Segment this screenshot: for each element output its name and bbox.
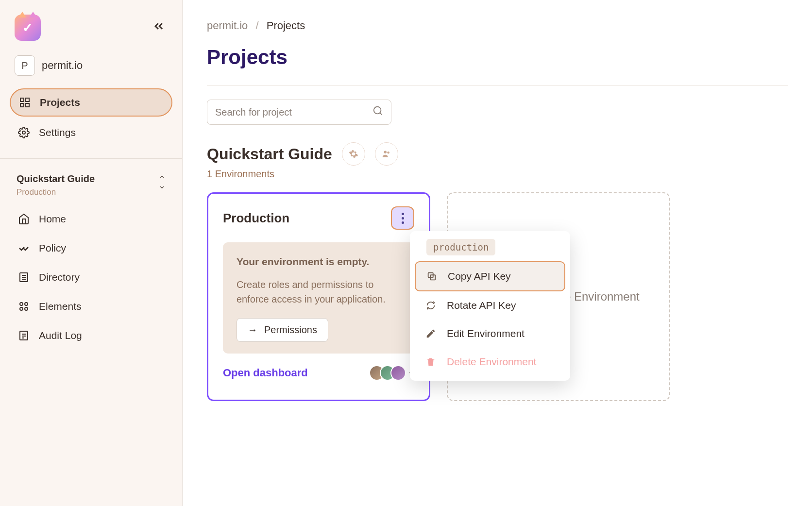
empty-state-text: Create roles and permissions to enforce … bbox=[237, 277, 401, 306]
svg-point-11 bbox=[20, 307, 23, 310]
chevron-updown-icon: ⌃⌄ bbox=[158, 176, 166, 188]
org-selector[interactable]: P permit.io bbox=[0, 51, 182, 85]
elements-icon bbox=[17, 300, 30, 313]
trash-icon bbox=[424, 355, 437, 368]
main-content: permit.io / Projects Projects Quickstart… bbox=[183, 0, 812, 506]
svg-rect-0 bbox=[20, 98, 24, 101]
nav-item-home[interactable]: Home bbox=[10, 206, 172, 232]
nav-label: Projects bbox=[40, 97, 80, 108]
secondary-nav: Home Policy Directory Elements Audit Log bbox=[0, 201, 182, 356]
environment-cards: Production Your environment is empty. Cr… bbox=[207, 192, 788, 401]
project-members-button[interactable] bbox=[375, 142, 398, 166]
svg-rect-3 bbox=[26, 103, 29, 107]
arrow-right-icon: → bbox=[248, 324, 257, 336]
menu-item-label: Rotate API Key bbox=[447, 300, 516, 311]
svg-point-9 bbox=[20, 303, 23, 305]
nav-item-directory[interactable]: Directory bbox=[10, 264, 172, 290]
environment-count: 1 Environments bbox=[207, 169, 788, 180]
nav-label: Elements bbox=[39, 301, 82, 312]
checkmark-icon: ✓ bbox=[22, 20, 33, 35]
collapse-sidebar-button[interactable] bbox=[150, 17, 168, 38]
svg-rect-1 bbox=[26, 98, 29, 101]
menu-item-label: Delete Environment bbox=[447, 356, 536, 368]
nav-label: Directory bbox=[39, 271, 80, 283]
org-badge: P bbox=[15, 55, 35, 76]
menu-item-label: Edit Environment bbox=[447, 328, 524, 339]
svg-line-18 bbox=[380, 113, 382, 115]
menu-environment-badge: production bbox=[426, 239, 495, 255]
member-avatars[interactable]: + bbox=[369, 365, 414, 381]
page-title: Projects bbox=[207, 46, 788, 69]
nav-label: Audit Log bbox=[39, 330, 82, 341]
sidebar-header: ✓ bbox=[0, 0, 182, 51]
primary-nav: Projects Settings bbox=[0, 85, 182, 152]
nav-item-audit-log[interactable]: Audit Log bbox=[10, 322, 172, 349]
svg-point-4 bbox=[22, 131, 25, 134]
nav-item-policy[interactable]: Policy bbox=[10, 235, 172, 261]
menu-item-edit-environment[interactable]: Edit Environment bbox=[415, 320, 565, 348]
dots-vertical-icon bbox=[402, 213, 404, 224]
open-dashboard-link[interactable]: Open dashboard bbox=[223, 367, 308, 379]
gear-icon bbox=[349, 149, 358, 159]
rotate-icon bbox=[424, 299, 437, 312]
context-project: Quickstart Guide bbox=[17, 173, 95, 185]
breadcrumb-separator: / bbox=[255, 19, 258, 32]
logo[interactable]: ✓ bbox=[15, 15, 41, 41]
avatar bbox=[390, 365, 406, 381]
svg-point-12 bbox=[25, 307, 28, 310]
chevron-double-left-icon bbox=[152, 19, 166, 33]
context-environment: Production bbox=[17, 187, 95, 197]
svg-point-17 bbox=[374, 107, 381, 114]
grid-icon bbox=[18, 96, 31, 109]
project-header: Quickstart Guide bbox=[207, 142, 788, 166]
svg-rect-2 bbox=[20, 103, 24, 107]
directory-icon bbox=[17, 271, 30, 284]
policy-icon bbox=[17, 242, 30, 254]
breadcrumb-root[interactable]: permit.io bbox=[207, 19, 248, 32]
divider bbox=[207, 85, 788, 86]
users-icon bbox=[381, 149, 392, 159]
nav-item-elements[interactable]: Elements bbox=[10, 293, 172, 320]
menu-item-copy-api-key[interactable]: Copy API Key bbox=[415, 261, 565, 291]
audit-log-icon bbox=[17, 329, 30, 342]
nav-label: Policy bbox=[39, 242, 66, 254]
gear-icon bbox=[17, 126, 30, 139]
nav-item-settings[interactable]: Settings bbox=[10, 119, 172, 146]
svg-point-20 bbox=[387, 152, 389, 154]
permissions-button-label: Permissions bbox=[264, 324, 317, 336]
nav-label: Home bbox=[39, 213, 66, 225]
search-box[interactable] bbox=[207, 100, 391, 125]
sidebar: ✓ P permit.io Projects Settings Quicksta… bbox=[0, 0, 183, 506]
nav-item-projects[interactable]: Projects bbox=[10, 88, 172, 117]
environment-card-production: Production Your environment is empty. Cr… bbox=[207, 192, 430, 401]
copy-icon bbox=[425, 270, 438, 283]
pencil-icon bbox=[424, 327, 437, 340]
menu-item-rotate-api-key[interactable]: Rotate API Key bbox=[415, 291, 565, 320]
divider bbox=[0, 158, 182, 159]
environment-menu-button[interactable] bbox=[391, 206, 414, 230]
svg-point-10 bbox=[25, 303, 28, 305]
project-settings-button[interactable] bbox=[342, 142, 365, 166]
menu-item-label: Copy API Key bbox=[448, 270, 511, 282]
menu-item-delete-environment[interactable]: Delete Environment bbox=[415, 348, 565, 376]
empty-state: Your environment is empty. Create roles … bbox=[223, 242, 414, 354]
svg-point-19 bbox=[384, 151, 387, 154]
org-name: permit.io bbox=[42, 59, 83, 72]
breadcrumb: permit.io / Projects bbox=[207, 19, 788, 32]
project-name: Quickstart Guide bbox=[207, 145, 332, 163]
search-input[interactable] bbox=[215, 107, 372, 118]
breadcrumb-current: Projects bbox=[267, 19, 305, 32]
environment-dropdown-menu: production Copy API Key Rotate API Key E… bbox=[410, 231, 570, 381]
home-icon bbox=[17, 213, 30, 225]
nav-label: Settings bbox=[39, 127, 76, 138]
environment-title: Production bbox=[223, 211, 289, 226]
empty-state-title: Your environment is empty. bbox=[237, 256, 401, 268]
context-selector[interactable]: Quickstart Guide Production ⌃⌄ bbox=[0, 166, 182, 201]
permissions-button[interactable]: → Permissions bbox=[237, 318, 328, 342]
search-icon bbox=[372, 105, 383, 119]
